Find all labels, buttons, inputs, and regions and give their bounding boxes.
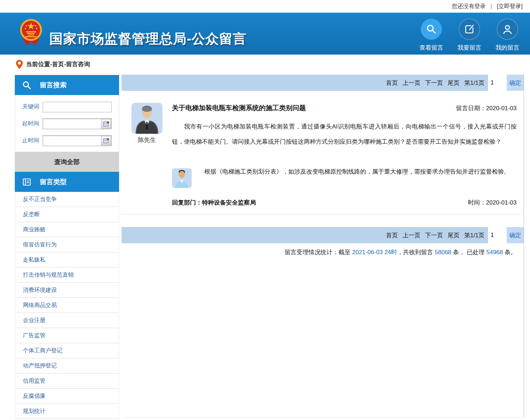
- breadcrumb: 当前位置-首页-留言咨询: [0, 55, 530, 74]
- nav-view-messages[interactable]: 查看留言: [416, 19, 447, 52]
- message-search-title: 留言搜索: [40, 81, 67, 90]
- breadcrumb-text: 当前位置-首页-留言咨询: [26, 60, 90, 68]
- message-type-item[interactable]: 反腐倡廉: [15, 389, 119, 404]
- statistics-line: 留言受理情况统计：截至 2021-06-03 24时，共收到留言 58068 条…: [284, 248, 517, 256]
- author-name: 陈先生: [131, 136, 162, 144]
- login-separator: |: [491, 3, 492, 10]
- section-divider: [122, 214, 524, 214]
- message-type-item[interactable]: 假冒仿冒行为: [15, 237, 119, 252]
- pagination-links: 首页 上一页 下一页 尾页 第1/1页: [122, 75, 488, 91]
- message-type-item[interactable]: 商业贿赂: [15, 222, 119, 237]
- pagination-top: 首页 上一页 下一页 尾页 第1/1页 1 确定: [122, 75, 524, 91]
- calendar-icon: [103, 138, 109, 144]
- message-type-item[interactable]: 打击传销与规范直销: [15, 268, 119, 283]
- stats-deadline: 2021-06-03 24时: [352, 249, 397, 256]
- start-time-label: 起时间: [15, 120, 43, 127]
- message-type-title: 留言类型: [40, 177, 67, 187]
- message-type-item[interactable]: 消费环境建设: [15, 283, 119, 298]
- pagebar-gap: [504, 75, 507, 91]
- confirm-page-button[interactable]: 确定: [507, 227, 524, 243]
- next-page-link[interactable]: 下一页: [425, 231, 443, 239]
- header-nav: 查看留言 我要留言 我的留言: [416, 19, 523, 52]
- page-info: 第1/1页: [464, 231, 485, 239]
- confirm-page-button[interactable]: 确定: [507, 75, 524, 91]
- message-body: 我市有一小区为电梯加装电瓶车检测装置，通过摄像头AI识别电瓶车进入轿厢后，向电梯…: [172, 119, 517, 149]
- pagination-bottom: 首页 上一页 下一页 尾页 第1/1页 1 确定: [122, 227, 524, 243]
- message-type-list: 反不正当竞争反垄断商业贿赂假冒仿冒行为走私贩私打击传销与规范直销消费环境建设网络…: [15, 192, 119, 419]
- end-time-calendar-button[interactable]: [101, 136, 111, 145]
- reply-avatar: [172, 168, 192, 188]
- nav-write-message[interactable]: 我要留言: [454, 19, 485, 52]
- top-login-bar: 您还没有登录 | [立即登录]: [0, 0, 530, 13]
- location-pin-icon: [16, 59, 23, 69]
- site-title: 国家市场监督管理总局-公众留言: [49, 30, 247, 48]
- keyword-input[interactable]: [43, 102, 112, 112]
- user-icon: [497, 19, 518, 40]
- page-number-input[interactable]: 1: [488, 75, 504, 91]
- reply-department: 回复部门：特种设备安全监察局: [172, 199, 256, 207]
- login-now-link[interactable]: [立即登录]: [497, 3, 523, 10]
- message-type-item[interactable]: 反不正当竞争: [15, 192, 119, 207]
- message-type-item[interactable]: 反垄断: [15, 207, 119, 222]
- message-date: 留言日期：2020-01-03: [456, 104, 517, 112]
- prev-page-link[interactable]: 上一页: [402, 79, 420, 87]
- prev-page-link[interactable]: 上一页: [402, 231, 420, 239]
- main-content: 首页 上一页 下一页 尾页 第1/1页 1 确定 陈先生: [122, 75, 524, 418]
- message-type-header: 留言类型: [15, 172, 119, 192]
- sidebar: 留言搜索 关键词 起时间: [15, 75, 119, 419]
- pagination-links: 首页 上一页 下一页 尾页 第1/1页: [122, 227, 488, 243]
- national-emblem-logo: [19, 18, 43, 49]
- message-type-item[interactable]: 规划统计: [15, 404, 119, 419]
- keyword-label: 关键词: [15, 103, 43, 111]
- login-status-text: 您还没有登录: [452, 3, 486, 10]
- message-type-item[interactable]: 动产抵押登记: [15, 358, 119, 374]
- page-number-input[interactable]: 1: [488, 227, 504, 243]
- stats-processed-count: 54968: [486, 249, 503, 256]
- write-icon: [459, 19, 480, 40]
- list-icon: [22, 177, 31, 187]
- pagebar-gap: [504, 227, 507, 243]
- message-type-item[interactable]: 走私贩私: [15, 252, 119, 268]
- page: 您还没有登录 | [立即登录] 国家市场监督管理总局-公众留言: [0, 0, 530, 420]
- last-page-link[interactable]: 尾页: [448, 231, 460, 239]
- first-page-link[interactable]: 首页: [386, 79, 398, 87]
- message-type-item[interactable]: 信用监管: [15, 374, 119, 389]
- message-type-item[interactable]: 个体工商户登记: [15, 343, 119, 358]
- message-title: 关于电梯加装电瓶车检测系统的施工类别问题: [172, 104, 306, 113]
- message-type-item[interactable]: 企业注册: [15, 313, 119, 328]
- reply-meta-row: 回复部门：特种设备安全监察局 时间：2020-01-03: [172, 199, 517, 207]
- calendar-icon: [103, 121, 109, 127]
- last-page-link[interactable]: 尾页: [448, 79, 460, 87]
- message-type-item[interactable]: 广告监管: [15, 328, 119, 343]
- first-page-link[interactable]: 首页: [386, 231, 398, 239]
- end-time-label: 止时间: [15, 137, 43, 144]
- start-time-calendar-button[interactable]: [101, 119, 111, 128]
- nav-my-messages[interactable]: 我的留言: [492, 19, 523, 52]
- search-icon: [421, 19, 442, 40]
- reply-time: 时间：2020-01-03: [468, 199, 517, 207]
- search-form: 关键词 起时间: [15, 95, 119, 152]
- page-info: 第1/1页: [464, 79, 485, 87]
- next-page-link[interactable]: 下一页: [425, 79, 443, 87]
- author-avatar: [131, 103, 162, 134]
- search-icon: [22, 81, 31, 90]
- site-header: 国家市场监督管理总局-公众留言 查看留言 我要留言: [0, 13, 530, 55]
- reply-text: 根据《电梯施工类别划分表》，如涉及改变电梯原控制线路的，属于重大修理，需按要求办…: [204, 166, 517, 177]
- message-type-item[interactable]: 网络商品交易: [15, 298, 119, 313]
- query-all-button[interactable]: 查询全部: [15, 152, 119, 172]
- stats-received-count: 58068: [435, 249, 451, 256]
- message-search-header: 留言搜索: [15, 75, 119, 95]
